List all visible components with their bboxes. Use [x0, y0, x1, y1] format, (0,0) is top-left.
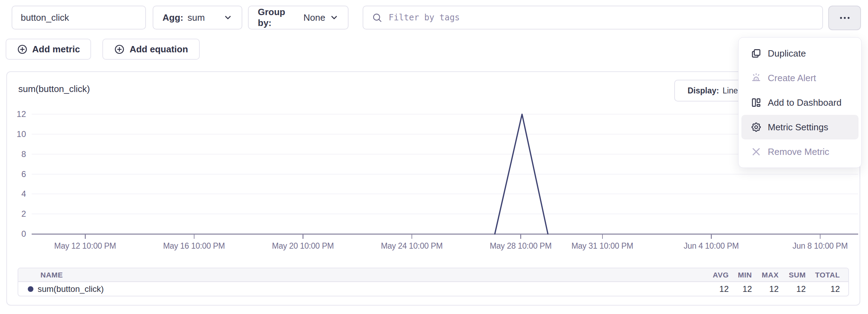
metric-explorer: Agg: sum Group by: None Add metric	[0, 0, 868, 314]
aggregation-dropdown[interactable]: Agg: sum	[153, 6, 242, 30]
menu-item-metric-settings[interactable]: Metric Settings	[741, 115, 859, 139]
column-header-name: NAME	[18, 271, 687, 279]
aggregation-value: sum	[187, 12, 205, 23]
filter-by-tags-field	[363, 6, 823, 30]
chart-title: sum(button_click)	[18, 84, 90, 94]
column-header-sum: SUM	[779, 271, 806, 279]
group-by-label: Group by:	[258, 7, 299, 28]
summary-table-header: NAME AVG MIN MAX SUM TOTAL	[18, 268, 848, 282]
gear-icon	[751, 122, 762, 133]
series-sum: 12	[779, 284, 806, 294]
menu-item-add-to-dashboard[interactable]: Add to Dashboard	[741, 90, 859, 115]
add-metric-label: Add metric	[32, 44, 80, 55]
menu-item-create-alert[interactable]: Create Alert	[741, 66, 859, 90]
group-by-dropdown[interactable]: Group by: None	[248, 6, 349, 30]
add-equation-label: Add equation	[129, 44, 188, 55]
series-summary-table: NAME AVG MIN MAX SUM TOTAL sum(button_cl…	[18, 268, 849, 296]
search-icon	[372, 12, 382, 23]
menu-item-label: Add to Dashboard	[768, 97, 842, 108]
plus-circle-icon	[114, 44, 125, 55]
menu-item-label: Metric Settings	[768, 122, 828, 133]
alarm-icon	[751, 72, 762, 84]
copy-icon	[751, 48, 762, 59]
filter-by-tags-input[interactable]	[388, 12, 814, 23]
series-avg: 12	[687, 284, 729, 294]
column-header-avg: AVG	[687, 271, 729, 279]
menu-item-label: Remove Metric	[768, 146, 829, 157]
menu-item-duplicate[interactable]: Duplicate	[741, 41, 859, 66]
group-by-value: None	[304, 12, 325, 23]
metric-name-input[interactable]	[12, 6, 146, 30]
column-header-max: MAX	[752, 271, 779, 279]
add-metric-button[interactable]: Add metric	[6, 39, 91, 60]
chevron-down-icon	[223, 13, 232, 22]
series-total: 12	[806, 284, 840, 294]
more-options-menu: Duplicate Create Alert Add to Dashboard …	[738, 37, 862, 168]
aggregation-label: Agg:	[162, 12, 183, 23]
ellipsis-icon	[838, 11, 851, 25]
menu-item-label: Create Alert	[768, 73, 816, 84]
display-value: Line	[722, 86, 738, 96]
column-header-total: TOTAL	[806, 271, 840, 279]
more-options-button[interactable]	[828, 6, 861, 30]
series-name: sum(button_click)	[38, 284, 104, 294]
chevron-down-icon	[330, 13, 339, 22]
series-max: 12	[752, 284, 779, 294]
column-header-min: MIN	[729, 271, 752, 279]
series-color-dot	[28, 286, 33, 292]
add-equation-button[interactable]: Add equation	[102, 39, 200, 60]
menu-item-label: Duplicate	[768, 48, 806, 59]
x-icon	[751, 146, 762, 157]
menu-item-remove-metric[interactable]: Remove Metric	[741, 139, 859, 164]
table-row[interactable]: sum(button_click) 12 12 12 12 12	[18, 282, 848, 296]
display-label: Display:	[688, 86, 719, 96]
series-min: 12	[729, 284, 752, 294]
plus-circle-icon	[17, 44, 28, 55]
dashboard-icon	[751, 97, 762, 108]
